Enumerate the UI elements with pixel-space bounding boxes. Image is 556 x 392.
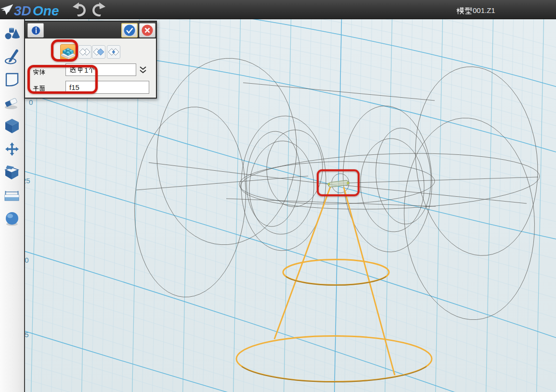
svg-text:50: 50 <box>25 256 29 264</box>
svg-text:3D: 3D <box>14 3 31 18</box>
svg-text:25: 25 <box>25 177 30 185</box>
svg-text:0: 0 <box>29 98 33 106</box>
svg-text:One: One <box>33 3 59 18</box>
svg-text:75: 75 <box>25 330 29 339</box>
